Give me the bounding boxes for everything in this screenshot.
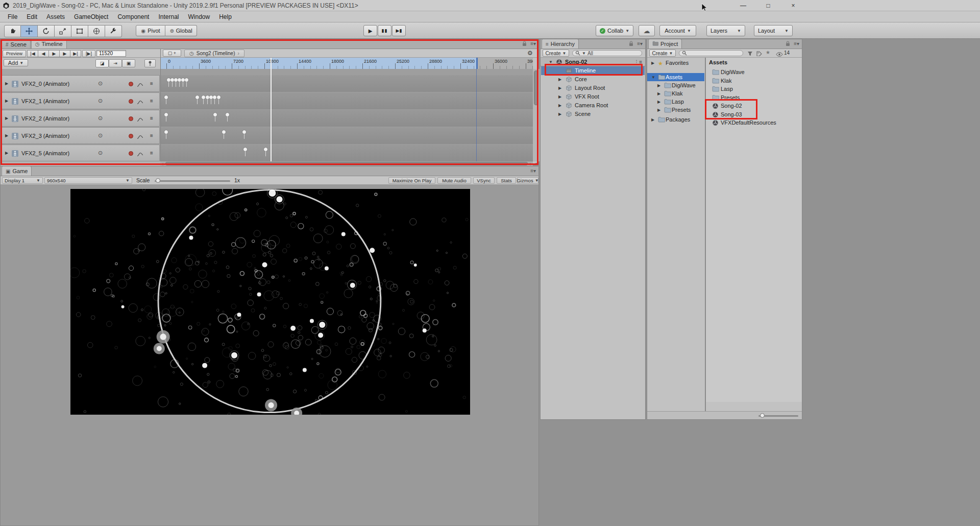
search-by-label-icon[interactable] [756,51,762,58]
project-search-input[interactable] [679,50,743,56]
track-menu-icon[interactable]: ≡ [150,98,153,104]
hierarchy-item-core[interactable]: ▶Core [541,75,645,84]
hierarchy-item-vfx-root[interactable]: ▶VFX Root [541,92,645,101]
timeline-track-lane[interactable] [161,145,533,161]
curves-button[interactable] [137,134,143,141]
keyframe-marker[interactable] [222,130,226,134]
scene-preview-toggle[interactable]: ⊙ [98,80,103,87]
keyframe-marker[interactable] [202,95,205,99]
vsync-button[interactable]: VSync [473,177,495,184]
project-tree-klak[interactable]: ▶Klak [647,89,704,98]
record-button[interactable] [129,99,133,104]
foldout-icon[interactable]: ▶ [657,108,660,112]
menu-file[interactable]: File [3,11,22,22]
panel-menu-icon[interactable]: ≡▾ [530,168,536,174]
keyframe-marker[interactable] [185,78,188,82]
keyframe-marker[interactable] [209,95,213,99]
foldout-icon[interactable]: ▶ [558,86,561,90]
keyframe-marker[interactable] [167,78,170,82]
gizmos-dropdown[interactable]: Gizmos▼ [517,177,538,184]
foldout-icon[interactable]: ▶ [657,100,660,104]
project-tree-digiwave[interactable]: ▶DigiWave [647,81,704,89]
menu-help[interactable]: Help [214,11,236,22]
replace-mode-button[interactable]: ▣ [122,59,135,67]
search-filter-chevron-icon[interactable]: ▼ [582,51,586,56]
foldout-icon[interactable]: ▶ [558,94,561,99]
previous-frame-button[interactable]: ◀ [38,50,49,57]
mix-mode-button[interactable]: ◪ [95,59,109,67]
foldout-open-icon[interactable]: ▼ [549,60,553,64]
menu-component[interactable]: Component [113,11,154,22]
keyframe-marker[interactable] [178,78,181,82]
foldout-icon[interactable]: ▶ [657,83,660,88]
mute-audio-button[interactable]: Mute Audio [437,177,471,184]
menu-window[interactable]: Window [183,11,214,22]
scale-tool-button[interactable] [55,25,71,37]
foldout-icon[interactable]: ▶ [657,91,660,96]
foldout-icon[interactable]: ▶ [558,112,561,116]
scene-preview-toggle[interactable]: ⊙ [98,150,103,156]
project-tree-packages[interactable]: ▶Packages [647,115,704,124]
save-search-star-icon[interactable]: ★ [766,50,770,55]
keyframe-marker[interactable] [243,148,247,151]
track-menu-icon[interactable]: ≡ [150,81,153,86]
step-button[interactable]: ▶▮ [392,25,406,36]
project-item-vfxdefaultresources[interactable]: VFXDefaultResources [707,118,802,127]
project-item-klak[interactable]: Klak [707,77,802,85]
pause-button[interactable]: ▮▮ [378,25,391,36]
hierarchy-item-layout-root[interactable]: ▶Layout Root [541,84,645,92]
keyframe-marker[interactable] [164,130,168,134]
keyframe-marker[interactable] [164,113,168,116]
tab-hierarchy[interactable]: ≡Hierarchy [542,39,579,49]
collab-dropdown[interactable]: ✓ Collab▼ [596,25,633,36]
timeline-track-header[interactable]: ▶VFX2_3 (Animator)⊙≡ [2,127,160,144]
timeline-hscrollbar[interactable]: ◀ ▶ [160,161,533,166]
close-button[interactable]: × [781,0,805,11]
hierarchy-search-input[interactable]: ▼ All [572,50,642,56]
track-menu-icon[interactable]: ≡ [150,115,153,121]
go-to-end-button[interactable]: ▶| [70,50,81,57]
scene-preview-toggle[interactable]: ⊙ [98,132,103,139]
rotate-tool-button[interactable] [38,25,55,37]
timeline-settings-gear-icon[interactable]: ⚙ [527,50,533,57]
timeline-track-lane[interactable] [161,110,533,127]
project-item-song-03[interactable]: Song-03 [707,110,802,118]
keyframe-marker[interactable] [213,113,217,116]
timeline-breadcrumb[interactable]: ◷Song2 (Timeline)› [184,50,244,57]
record-button[interactable] [129,134,133,138]
project-tree-assets[interactable]: ▼Assets [647,73,704,81]
keyframe-marker[interactable] [195,95,199,99]
tab-scene[interactable]: #Scene [2,40,31,49]
project-item-song-02[interactable]: Song-02 [707,102,802,110]
foldout-icon[interactable]: ▼ [651,75,655,80]
project-tree-lasp[interactable]: ▶Lasp [647,98,704,106]
playhead-line[interactable] [271,58,272,161]
clip-edit-mode-button[interactable]: ▢ + [163,50,181,57]
frame-field[interactable]: 11520 [96,50,126,57]
hand-tool-button[interactable] [4,25,21,37]
panel-lock-icon[interactable] [629,41,633,46]
timeline-track-header[interactable]: ▶VFX2_0 (Animator)⊙≡ [2,75,160,92]
curves-button[interactable] [137,116,143,124]
layers-dropdown[interactable]: Layers▼ [706,25,745,36]
timeline-track-lane[interactable] [161,75,533,92]
tab-project[interactable]: Project [648,39,682,49]
timeline-track-lane[interactable] [161,127,533,144]
minimize-button[interactable]: — [731,0,755,11]
vscrollbar-thumb[interactable] [534,70,538,105]
curves-button[interactable] [137,82,143,89]
play-button[interactable]: ▶ [363,25,377,36]
scroll-right-icon[interactable]: ▶ [530,162,532,165]
panel-lock-icon[interactable] [522,41,527,46]
icon-size-slider-thumb[interactable] [760,413,765,418]
ripple-mode-button[interactable]: ⇥ [109,59,122,67]
foldout-icon[interactable]: ▶ [558,103,561,108]
marker-pin-button[interactable] [144,59,156,67]
track-menu-icon[interactable]: ≡ [150,133,153,138]
hierarchy-item-camera-root[interactable]: ▶Camera Root [541,101,645,110]
scale-slider-thumb[interactable] [156,178,160,183]
project-item-presets[interactable]: Presets [707,93,802,102]
account-dropdown[interactable]: Account▼ [659,25,696,36]
foldout-icon[interactable]: ▶ [651,61,654,65]
timeline-track-header[interactable]: ▶VFX2_5 (Animator)⊙≡ [2,145,160,161]
